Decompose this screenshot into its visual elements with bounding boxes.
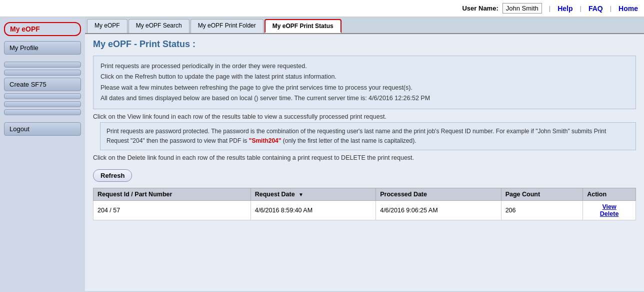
password-box: Print requests are password protected. T…: [100, 122, 636, 150]
username-label: User Name:: [462, 5, 498, 12]
separator-3: |: [610, 5, 612, 12]
info-line-2: Click on the Refresh button to update th…: [100, 72, 628, 82]
top-bar: User Name: John Smith | Help | FAQ | Hom…: [0, 0, 644, 17]
click-view-notice: Click on the View link found in each row…: [93, 113, 636, 120]
sidebar-item-blank2[interactable]: [4, 70, 81, 76]
tab-my-eopf-search[interactable]: My eOPF Search: [128, 19, 190, 33]
col-request-id: Request Id / Part Number: [94, 188, 251, 201]
action-view-link[interactable]: View: [602, 203, 616, 210]
info-line-4: All dates and times displayed below are …: [100, 93, 628, 104]
table-header-row: Request Id / Part Number Request Date ▼ …: [94, 188, 636, 201]
tab-my-eopf-print-status[interactable]: My eOPF Print Status: [264, 19, 342, 33]
col-page-count: Page Count: [501, 188, 583, 201]
sidebar-item-blank1[interactable]: [4, 62, 81, 68]
info-line-3: Please wait a few minutes between refres…: [100, 83, 628, 93]
layout: My eOPF My Profile Create SF75 Logout My…: [0, 17, 644, 291]
cell-action: View Delete: [583, 201, 636, 220]
col-request-date: Request Date ▼: [250, 188, 376, 201]
sidebar-item-blank5[interactable]: [4, 109, 81, 115]
sidebar-item-logout[interactable]: Logout: [4, 122, 81, 136]
sidebar-item-my-profile[interactable]: My Profile: [4, 41, 81, 55]
cell-request-id: 204 / 57: [94, 201, 251, 220]
sidebar-item-create-sf75[interactable]: Create SF75: [4, 78, 81, 91]
main-content: My eOPF My eOPF Search My eOPF Print Fol…: [85, 17, 644, 291]
home-link[interactable]: Home: [618, 5, 638, 13]
separator-1: |: [549, 5, 550, 12]
cell-request-date: 4/6/2016 8:59:40 AM: [250, 201, 376, 220]
username-value: John Smith: [502, 3, 542, 14]
sidebar-item-blank4[interactable]: [4, 101, 81, 107]
page-title: My eOPF - Print Status :: [85, 34, 644, 53]
help-link[interactable]: Help: [558, 5, 572, 13]
table-row: 204 / 57 4/6/2016 8:59:40 AM 4/6/2016 9:…: [94, 201, 636, 220]
cell-page-count: 206: [501, 201, 583, 220]
tabs: My eOPF My eOPF Search My eOPF Print Fol…: [85, 17, 644, 34]
sidebar-item-blank3[interactable]: [4, 93, 81, 99]
results-table: Request Id / Part Number Request Date ▼ …: [93, 188, 636, 220]
faq-link[interactable]: FAQ: [588, 5, 603, 13]
tab-my-eopf[interactable]: My eOPF: [87, 19, 128, 33]
separator-2: |: [580, 5, 582, 12]
password-example: "Smith204": [249, 137, 282, 144]
sort-arrow-icon[interactable]: ▼: [298, 192, 304, 197]
info-line-1: Print requests are processed periodicall…: [100, 61, 628, 72]
tab-my-eopf-print-folder[interactable]: My eOPF Print Folder: [190, 19, 264, 33]
refresh-button[interactable]: Refresh: [93, 169, 132, 182]
col-action: Action: [583, 188, 636, 201]
info-box: Print requests are processed periodicall…: [93, 56, 636, 109]
delete-notice: Click on the Delete link found in each r…: [93, 154, 636, 161]
sidebar-myeopf-label[interactable]: My eOPF: [4, 22, 81, 36]
sidebar-spacer-2: [4, 117, 81, 120]
sidebar-spacer-1: [4, 57, 81, 60]
col-processed-date: Processed Date: [376, 188, 501, 201]
action-delete-link[interactable]: Delete: [600, 210, 619, 217]
sidebar: My eOPF My Profile Create SF75 Logout: [0, 17, 85, 291]
cell-processed-date: 4/6/2016 9:06:25 AM: [376, 201, 501, 220]
password-suffix: (only the first letter of the last name …: [283, 137, 416, 144]
